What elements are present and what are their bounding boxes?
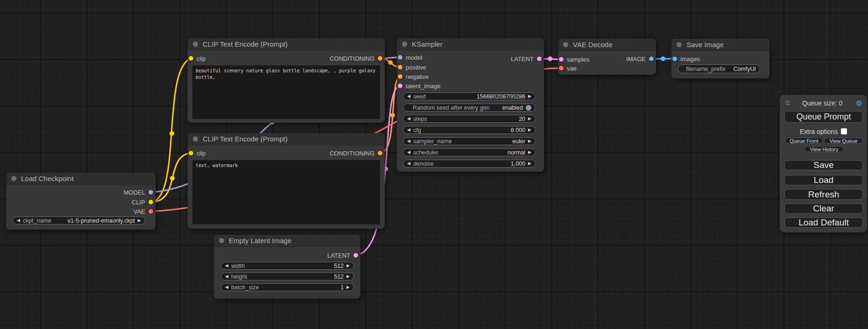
node-clip-text-encode-positive[interactable]: CLIP Text Encode (Prompt) clip CONDITION… bbox=[188, 38, 385, 123]
node-title-bar[interactable]: KSampler bbox=[397, 38, 544, 50]
increment-arrow-icon[interactable]: ▶ bbox=[346, 264, 350, 268]
port-label: CONDITIONING bbox=[330, 55, 374, 62]
clip-port-dot[interactable] bbox=[189, 56, 193, 61]
height-widget[interactable]: ◀ height 512 ▶ bbox=[221, 273, 354, 280]
increment-arrow-icon[interactable]: ▶ bbox=[528, 117, 531, 121]
clip-port-dot[interactable] bbox=[148, 200, 153, 204]
input-port-images: images bbox=[672, 55, 700, 63]
increment-arrow-icon[interactable]: ▶ bbox=[528, 94, 531, 98]
width-widget[interactable]: ◀ width 512 ▶ bbox=[221, 262, 354, 270]
view-history-button[interactable]: View History bbox=[804, 146, 844, 152]
increment-arrow-icon[interactable]: ▶ bbox=[346, 274, 350, 279]
collapse-dot-icon[interactable] bbox=[402, 42, 407, 47]
toggle-knob[interactable] bbox=[526, 105, 531, 111]
latent-port-dot[interactable] bbox=[398, 84, 402, 88]
node-empty-latent-image[interactable]: Empty Latent Image LATENT ◀ width 512 ▶ … bbox=[214, 235, 360, 299]
vae-port-dot[interactable] bbox=[148, 209, 153, 214]
node-title-bar[interactable]: Save Image bbox=[671, 39, 769, 51]
node-title-bar[interactable]: CLIP Text Encode (Prompt) bbox=[188, 38, 385, 50]
widget-value: ComfyUI bbox=[733, 66, 756, 72]
drag-handle-icon[interactable]: ⠿ bbox=[785, 100, 789, 107]
conditioning-port-dot[interactable] bbox=[398, 65, 402, 70]
input-port-positive: positive bbox=[398, 63, 426, 71]
view-queue-button[interactable]: View Queue bbox=[824, 138, 863, 144]
conditioning-port-dot[interactable] bbox=[378, 56, 382, 61]
increment-arrow-icon[interactable]: ▶ bbox=[528, 128, 531, 132]
widget-label: denoise bbox=[413, 161, 434, 167]
port-label: clip bbox=[197, 55, 206, 62]
ckpt-name-widget[interactable]: ◀ ckpt_name v1-5-pruned-emaonly.ckpt ▶ bbox=[13, 217, 145, 224]
vae-port-dot[interactable] bbox=[559, 66, 564, 70]
decrement-arrow-icon[interactable]: ◀ bbox=[407, 94, 410, 98]
node-title-bar[interactable]: CLIP Text Encode (Prompt) bbox=[188, 133, 385, 145]
widget-label: scheduler bbox=[413, 149, 438, 156]
image-port-dot[interactable] bbox=[649, 56, 654, 61]
refresh-button[interactable]: Refresh bbox=[784, 189, 863, 200]
decrement-arrow-icon[interactable]: ◀ bbox=[17, 218, 20, 223]
load-button[interactable]: Load bbox=[784, 175, 863, 185]
decrement-arrow-icon[interactable]: ◀ bbox=[225, 264, 228, 268]
node-vae-decode[interactable]: VAE Decode samples vae IMAGE bbox=[558, 39, 656, 75]
conditioning-port-dot[interactable] bbox=[398, 74, 402, 79]
node-title: CLIP Text Encode (Prompt) bbox=[203, 135, 288, 143]
port-label: samples bbox=[567, 56, 589, 63]
negative-prompt-textarea[interactable]: text, watermark bbox=[192, 160, 380, 224]
node-load-checkpoint[interactable]: Load Checkpoint MODEL CLIP VAE ◀ ckpt_na… bbox=[6, 173, 155, 230]
increment-arrow-icon[interactable]: ▶ bbox=[528, 139, 531, 143]
collapse-dot-icon[interactable] bbox=[11, 176, 16, 181]
decrement-arrow-icon[interactable]: ◀ bbox=[225, 274, 228, 279]
filename-prefix-widget[interactable]: filename_prefix ComfyUI bbox=[678, 64, 760, 73]
positive-prompt-textarea[interactable]: beautiful scenery nature glass bottle la… bbox=[192, 65, 380, 119]
settings-gear-icon[interactable]: ⚙ bbox=[856, 99, 862, 108]
seed-widget[interactable]: ◀ seed 156680208700286 ▶ bbox=[403, 92, 536, 100]
scheduler-widget[interactable]: ◀ scheduler normal ▶ bbox=[403, 148, 536, 156]
increment-arrow-icon[interactable]: ▶ bbox=[138, 218, 141, 223]
latent-port-dot[interactable] bbox=[559, 57, 564, 62]
collapse-dot-icon[interactable] bbox=[563, 42, 568, 47]
decrement-arrow-icon[interactable]: ◀ bbox=[407, 161, 410, 166]
node-title: Save Image bbox=[686, 41, 724, 49]
conditioning-port-dot[interactable] bbox=[378, 151, 382, 155]
decrement-arrow-icon[interactable]: ◀ bbox=[407, 117, 410, 121]
node-title-bar[interactable]: Empty Latent Image bbox=[214, 235, 360, 247]
queue-prompt-button[interactable]: Queue Prompt bbox=[784, 111, 863, 123]
collapse-dot-icon[interactable] bbox=[677, 42, 682, 47]
queue-front-button[interactable]: Queue Front bbox=[785, 138, 823, 144]
increment-arrow-icon[interactable]: ▶ bbox=[528, 150, 531, 154]
sampler-name-widget[interactable]: ◀ sampler_name euler ▶ bbox=[403, 137, 536, 145]
decrement-arrow-icon[interactable]: ◀ bbox=[407, 139, 410, 143]
node-save-image[interactable]: Save Image images filename_prefix ComfyU… bbox=[671, 39, 769, 78]
clip-port-dot[interactable] bbox=[189, 151, 193, 155]
input-port-model: model bbox=[398, 54, 422, 61]
decrement-arrow-icon[interactable]: ◀ bbox=[407, 150, 410, 154]
increment-arrow-icon[interactable]: ▶ bbox=[528, 161, 531, 166]
denoise-widget[interactable]: ◀ denoise 1.000 ▶ bbox=[403, 160, 536, 168]
widget-value: 156680208700286 bbox=[477, 93, 525, 100]
model-port-dot[interactable] bbox=[148, 190, 153, 195]
node-title-bar[interactable]: VAE Decode bbox=[558, 39, 656, 51]
collapse-dot-icon[interactable] bbox=[193, 136, 198, 141]
clear-button[interactable]: Clear bbox=[784, 203, 863, 214]
save-button[interactable]: Save bbox=[784, 160, 863, 170]
random-seed-toggle-widget[interactable]: Random seed after every gen enabled bbox=[403, 104, 536, 112]
comfyui-canvas[interactable]: { "colors": { "model": "#B39DDB", "clip"… bbox=[0, 0, 868, 329]
node-clip-text-encode-negative[interactable]: CLIP Text Encode (Prompt) clip CONDITION… bbox=[188, 133, 385, 229]
model-port-dot[interactable] bbox=[398, 55, 402, 60]
collapse-dot-icon[interactable] bbox=[219, 238, 224, 243]
image-port-dot[interactable] bbox=[672, 56, 677, 61]
node-ksampler[interactable]: KSampler model positive negative latent_… bbox=[397, 38, 544, 172]
steps-widget[interactable]: ◀ steps 20 ▶ bbox=[403, 115, 536, 123]
decrement-arrow-icon[interactable]: ◀ bbox=[407, 128, 410, 132]
port-label: negative bbox=[406, 73, 429, 80]
latent-port-dot[interactable] bbox=[537, 56, 542, 61]
collapse-dot-icon[interactable] bbox=[193, 42, 198, 47]
increment-arrow-icon[interactable]: ▶ bbox=[346, 285, 350, 289]
node-title: VAE Decode bbox=[573, 41, 613, 49]
extra-options-checkbox[interactable] bbox=[841, 128, 847, 134]
cfg-widget[interactable]: ◀ cfg 8.000 ▶ bbox=[403, 126, 536, 134]
node-title-bar[interactable]: Load Checkpoint bbox=[6, 173, 155, 185]
batch-size-widget[interactable]: ◀ batch_size 1 ▶ bbox=[221, 283, 354, 291]
latent-port-dot[interactable] bbox=[353, 253, 358, 258]
load-default-button[interactable]: Load Default bbox=[784, 217, 863, 228]
decrement-arrow-icon[interactable]: ◀ bbox=[225, 285, 228, 289]
